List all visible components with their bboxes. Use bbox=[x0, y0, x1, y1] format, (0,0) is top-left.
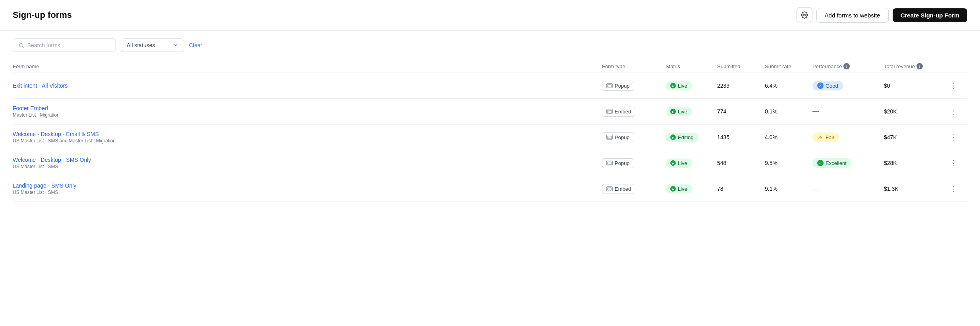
table-row: Landing page - SMS OnlyUS Master List | … bbox=[13, 176, 967, 202]
performance-cell: ⚠ Fair bbox=[812, 132, 884, 142]
form-name-link[interactable]: Footer Embed bbox=[13, 105, 602, 111]
clear-button[interactable]: Clear bbox=[189, 42, 202, 48]
table-row: Welcome - Desktop - Email & SMSUS Master… bbox=[13, 125, 967, 150]
form-name-link[interactable]: Exit intent - All Visitors bbox=[13, 82, 602, 89]
actions-cell: ⋮ bbox=[947, 182, 967, 195]
submit-rate-cell: 4.0% bbox=[765, 134, 812, 140]
form-sublabel: US Master List | SMS and Master List | M… bbox=[13, 138, 602, 144]
revenue-cell: $0 bbox=[884, 82, 947, 89]
svg-point-8 bbox=[608, 137, 609, 138]
form-name-cell: Welcome - Desktop - SMS OnlyUS Master Li… bbox=[13, 157, 602, 169]
status-cell: Live bbox=[666, 107, 717, 116]
status-label: Live bbox=[678, 186, 687, 192]
performance-cell: — bbox=[812, 185, 884, 192]
type-label: Popup bbox=[615, 83, 630, 89]
search-box[interactable] bbox=[13, 38, 116, 52]
form-name-link[interactable]: Landing page - SMS Only bbox=[13, 182, 602, 189]
settings-button[interactable] bbox=[797, 7, 812, 23]
form-name-cell: Welcome - Desktop - Email & SMSUS Master… bbox=[13, 131, 602, 144]
status-badge: Live bbox=[666, 81, 692, 90]
status-filter-select[interactable]: All statuses bbox=[121, 38, 184, 52]
form-sublabel: US Master List | SMS bbox=[13, 190, 602, 195]
performance-icon: ✓ bbox=[817, 82, 824, 89]
status-cell: Live bbox=[666, 159, 717, 168]
actions-cell: ⋮ bbox=[947, 105, 967, 118]
status-badge: Live bbox=[666, 159, 692, 168]
col-actions bbox=[947, 63, 967, 69]
form-type-icon bbox=[606, 186, 613, 191]
add-forms-button[interactable]: Add forms to website bbox=[816, 8, 889, 23]
table-row: Exit intent - All Visitors Popup Live 22… bbox=[13, 73, 967, 99]
performance-icon: ⚠ bbox=[817, 134, 824, 140]
form-type-icon bbox=[606, 135, 613, 140]
performance-badge: ✓ Excellent bbox=[812, 158, 851, 168]
submit-rate-cell: 9.5% bbox=[765, 160, 812, 166]
status-badge: Live bbox=[666, 107, 692, 116]
form-sublabel: US Master List | SMS bbox=[13, 164, 602, 169]
status-label: Live bbox=[678, 83, 687, 89]
form-type-cell: Embed bbox=[602, 184, 666, 194]
status-select-value: All statuses bbox=[127, 42, 155, 48]
performance-info-icon[interactable]: i bbox=[843, 63, 850, 69]
type-label: Embed bbox=[615, 109, 631, 115]
type-badge: Popup bbox=[602, 158, 634, 168]
table-body: Exit intent - All Visitors Popup Live 22… bbox=[13, 73, 967, 202]
submit-rate-cell: 6.4% bbox=[765, 82, 812, 89]
create-form-button[interactable]: Create Sign-up Form bbox=[893, 8, 967, 22]
forms-table: Form name Form type Status Submitted Sub… bbox=[0, 56, 980, 202]
status-dot bbox=[670, 134, 676, 140]
more-options-button[interactable]: ⋮ bbox=[947, 131, 960, 144]
chevron-down-icon bbox=[173, 42, 178, 48]
status-cell: Live bbox=[666, 81, 717, 90]
table-row: Welcome - Desktop - SMS OnlyUS Master Li… bbox=[13, 150, 967, 176]
form-name-link[interactable]: Welcome - Desktop - SMS Only bbox=[13, 157, 602, 163]
col-form-type: Form type bbox=[602, 63, 666, 69]
revenue-info-icon[interactable]: i bbox=[916, 63, 923, 69]
performance-label: Good bbox=[826, 83, 838, 89]
form-name-cell: Exit intent - All Visitors bbox=[13, 82, 602, 89]
table-row: Footer EmbedMaster List | Migration Embe… bbox=[13, 99, 967, 125]
type-label: Embed bbox=[615, 186, 631, 192]
status-badge: Live bbox=[666, 184, 692, 194]
form-sublabel: Master List | Migration bbox=[13, 112, 602, 118]
status-cell: Editing bbox=[666, 133, 717, 142]
form-name-link[interactable]: Welcome - Desktop - Email & SMS bbox=[13, 131, 602, 137]
status-label: Live bbox=[678, 109, 687, 115]
performance-cell: ✓ Excellent bbox=[812, 158, 884, 168]
status-dot bbox=[670, 83, 676, 88]
performance-label: Excellent bbox=[826, 160, 847, 166]
submitted-cell: 78 bbox=[717, 186, 765, 192]
col-total-revenue: Total revenue i bbox=[884, 63, 947, 69]
col-performance: Performance i bbox=[812, 63, 884, 69]
col-form-name: Form name bbox=[13, 63, 602, 69]
performance-label: Fair bbox=[826, 134, 834, 140]
more-options-button[interactable]: ⋮ bbox=[947, 157, 960, 169]
col-submitted: Submitted bbox=[717, 63, 765, 69]
actions-cell: ⋮ bbox=[947, 157, 967, 169]
svg-point-0 bbox=[803, 14, 805, 16]
performance-icon: ✓ bbox=[817, 160, 824, 166]
form-type-cell: Popup bbox=[602, 81, 666, 91]
type-badge: Popup bbox=[602, 132, 634, 142]
type-label: Popup bbox=[615, 160, 630, 166]
revenue-cell: $20K bbox=[884, 108, 947, 115]
col-status: Status bbox=[666, 63, 717, 69]
actions-cell: ⋮ bbox=[947, 79, 967, 92]
page-header: Sign-up forms Add forms to website Creat… bbox=[0, 0, 980, 31]
status-dot bbox=[670, 109, 676, 114]
submit-rate-cell: 9.1% bbox=[765, 186, 812, 192]
search-input[interactable] bbox=[27, 42, 110, 48]
svg-point-10 bbox=[608, 163, 609, 163]
form-name-cell: Landing page - SMS OnlyUS Master List | … bbox=[13, 182, 602, 195]
more-options-button[interactable]: ⋮ bbox=[947, 105, 960, 118]
performance-dash: — bbox=[812, 185, 819, 192]
svg-point-6 bbox=[608, 111, 609, 112]
revenue-cell: $47K bbox=[884, 134, 947, 140]
more-options-button[interactable]: ⋮ bbox=[947, 79, 960, 92]
form-type-icon bbox=[606, 161, 613, 165]
search-icon bbox=[19, 42, 24, 48]
more-options-button[interactable]: ⋮ bbox=[947, 182, 960, 195]
revenue-cell: $28K bbox=[884, 160, 947, 166]
page-title: Sign-up forms bbox=[13, 10, 72, 20]
type-badge: Embed bbox=[602, 184, 635, 194]
